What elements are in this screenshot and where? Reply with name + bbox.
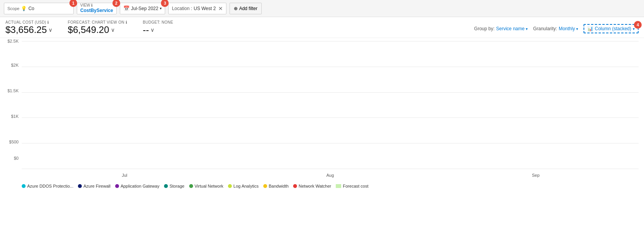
granularity-value: Monthly	[559, 26, 575, 31]
chart-body: Jul Aug Sep	[22, 41, 639, 169]
actual-cost-caret[interactable]: ∨	[48, 27, 52, 33]
badge-1: 1	[69, 0, 77, 7]
legend-item-7: Network Watcher	[293, 184, 331, 188]
scope-value: Co	[28, 6, 34, 11]
date-caret-icon: ▾	[160, 6, 162, 10]
budget-label: BUDGET: NONE	[143, 20, 173, 24]
y-label-25k: $2.5K	[7, 39, 19, 43]
legend-dot-1	[78, 184, 82, 188]
badge-2: 2	[112, 0, 120, 7]
calendar-icon: 📅	[123, 5, 129, 11]
actual-cost-block: ACTUAL COST (USD) ℹ $3,656.25 ∨	[5, 20, 52, 35]
scope-selector[interactable]: Scope 💡 Co 1	[4, 3, 74, 14]
actual-cost-value: $3,656.25	[5, 24, 47, 35]
forecast-caret[interactable]: ∨	[111, 27, 115, 33]
legend-label-5: Log Analytics	[233, 184, 259, 188]
legend-label-1: Azure Firewall	[83, 184, 110, 188]
date-range-selector[interactable]: 📅 Jul-Sep 2022 ▾ 3	[120, 3, 166, 14]
chart-type-button[interactable]: 📊 Column (stacked) ▾ 4	[584, 24, 639, 33]
bar-label-jul: Jul	[122, 173, 127, 178]
toolbar: Scope 💡 Co 1 VIEW ℹ CostByService 2 📅 Ju…	[0, 0, 644, 17]
chart-type-value: Column (stacked)	[595, 26, 631, 31]
forecast-block: FORECAST: CHART VIEW ON ℹ $6,549.20 ∨	[68, 20, 127, 35]
badge-3: 3	[161, 0, 169, 7]
budget-block: BUDGET: NONE -- ∨	[143, 20, 173, 35]
bar-label-sep: Sep	[532, 173, 540, 178]
group-by-value: Service name	[496, 26, 525, 31]
legend-item-4: Virtual Network	[189, 184, 223, 188]
legend-label-4: Virtual Network	[195, 184, 223, 188]
view-name: CostByService	[80, 8, 113, 13]
legend-label-8: Forecast cost	[343, 184, 368, 188]
group-by-label: Group by:	[474, 26, 495, 31]
legend-label-7: Network Watcher	[299, 184, 331, 188]
add-filter-icon: ⊕	[234, 6, 238, 11]
y-label-2k: $2K	[11, 63, 19, 67]
view-label: VIEW ℹ	[80, 3, 113, 8]
location-filter: Location : US West 2 ✕	[168, 3, 226, 14]
group-by-caret: ▾	[526, 27, 528, 31]
legend: Azure DDOS Protectio...Azure FirewallApp…	[0, 181, 644, 192]
legend-label-2: Application Gateway	[121, 184, 159, 188]
bars-container: Jul Aug Sep	[22, 41, 639, 169]
y-label-500: $500	[9, 140, 19, 144]
granularity-label: Granularity:	[533, 26, 557, 31]
legend-label-3: Storage	[169, 184, 185, 188]
location-close-icon[interactable]: ✕	[218, 5, 223, 12]
view-selector[interactable]: VIEW ℹ CostByService 2	[77, 3, 117, 14]
y-label-0: $0	[14, 156, 19, 160]
legend-label-0: Azure DDOS Protectio...	[27, 184, 73, 188]
legend-dot-5	[228, 184, 232, 188]
actual-cost-label: ACTUAL COST (USD) ℹ	[5, 20, 52, 24]
legend-item-8: Forecast cost	[336, 184, 368, 188]
granularity-dropdown[interactable]: Monthly ▾	[559, 26, 578, 31]
add-filter-button[interactable]: ⊕ Add filter	[230, 3, 262, 14]
location-value: US West 2	[193, 6, 216, 11]
legend-dot-0	[22, 184, 26, 188]
legend-label-6: Bandwidth	[269, 184, 288, 188]
date-range-value: Jul-Sep 2022	[131, 6, 159, 11]
scope-label: Scope	[7, 6, 19, 11]
group-by-control: Group by: Service name ▾	[474, 26, 528, 31]
legend-item-6: Bandwidth	[263, 184, 288, 188]
granularity-caret: ▾	[576, 27, 578, 31]
badge-4: 4	[634, 21, 642, 29]
legend-rect-8	[336, 184, 341, 188]
location-label: Location :	[172, 6, 192, 11]
y-label-1k: $1K	[11, 114, 19, 119]
chart-area: $2.5K $2K $1.5K $1K $500 $0	[5, 41, 639, 181]
bar-label-aug: Aug	[326, 173, 334, 178]
forecast-label: FORECAST: CHART VIEW ON ℹ	[68, 20, 127, 24]
legend-dot-3	[164, 184, 168, 188]
forecast-value: $6,549.20	[68, 24, 109, 35]
budget-value: --	[143, 24, 149, 35]
legend-dot-7	[293, 184, 297, 188]
legend-item-0: Azure DDOS Protectio...	[22, 184, 73, 188]
y-label-15k: $1.5K	[7, 88, 19, 93]
legend-item-1: Azure Firewall	[78, 184, 110, 188]
legend-dot-2	[115, 184, 119, 188]
scope-icon: 💡	[21, 6, 27, 11]
legend-dot-4	[189, 184, 193, 188]
chart-type-icon: 📊	[587, 26, 593, 31]
legend-item-5: Log Analytics	[228, 184, 259, 188]
legend-dot-6	[263, 184, 267, 188]
budget-caret[interactable]: ∨	[150, 27, 154, 33]
group-by-dropdown[interactable]: Service name ▾	[496, 26, 528, 31]
y-axis: $2.5K $2K $1.5K $1K $500 $0	[5, 41, 21, 169]
legend-item-2: Application Gateway	[115, 184, 159, 188]
legend-item-3: Storage	[164, 184, 185, 188]
granularity-control: Granularity: Monthly ▾	[533, 26, 578, 31]
add-filter-label: Add filter	[239, 6, 257, 11]
chart-container: $2.5K $2K $1.5K $1K $500 $0	[0, 38, 644, 181]
